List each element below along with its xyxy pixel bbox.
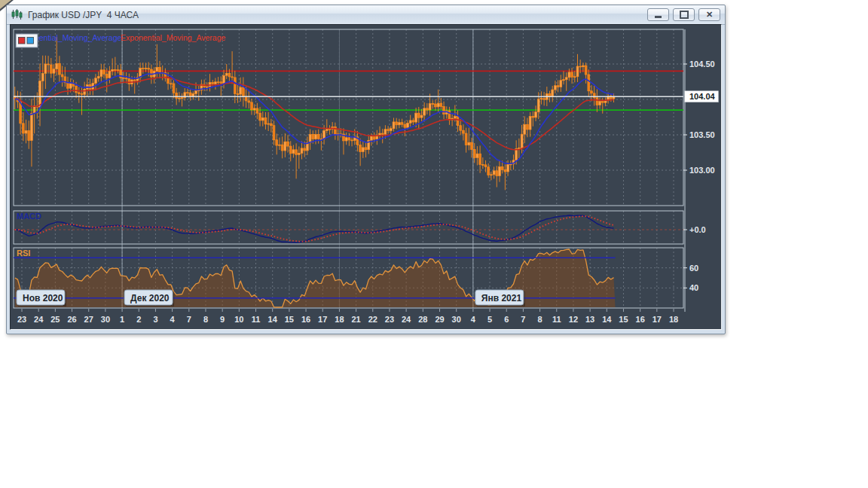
svg-text:8: 8: [203, 315, 208, 324]
svg-text:Нов 2020: Нов 2020: [23, 293, 63, 303]
svg-text:5: 5: [487, 315, 492, 324]
minimize-icon: [655, 16, 662, 18]
svg-text:18: 18: [669, 315, 678, 324]
svg-text:21: 21: [351, 315, 360, 324]
svg-text:27: 27: [84, 315, 93, 324]
restore-button[interactable]: [673, 8, 695, 21]
svg-text:13: 13: [585, 315, 594, 324]
window-titlebar[interactable]: График USD /JPY 4 ЧАСА ✕: [7, 5, 725, 25]
svg-text:16: 16: [301, 315, 310, 324]
svg-text:40: 40: [689, 283, 698, 292]
svg-text:8: 8: [538, 315, 542, 324]
svg-text:14: 14: [602, 315, 612, 324]
svg-text:Дек 2020: Дек 2020: [130, 293, 170, 303]
svg-text:104.50: 104.50: [689, 59, 715, 69]
candles: [14, 37, 614, 190]
chart-canvas[interactable]: 104.04104.50103.50103.00+0.0MACD6040RSI2…: [11, 25, 721, 329]
svg-text:16: 16: [636, 315, 645, 324]
svg-text:+0.0: +0.0: [689, 225, 706, 234]
svg-text:11: 11: [552, 315, 561, 324]
svg-text:17: 17: [318, 315, 327, 324]
chart-window: График USD /JPY 4 ЧАСА ✕ 104.04104.50103…: [6, 5, 726, 334]
svg-text:26: 26: [67, 315, 76, 324]
svg-text:11: 11: [252, 315, 261, 324]
svg-text:103.00: 103.00: [689, 166, 715, 175]
window-title: График USD /JPY 4 ЧАСА: [28, 10, 139, 20]
svg-text:12: 12: [569, 315, 578, 324]
chart-window-icon: [11, 9, 23, 20]
svg-text:15: 15: [285, 315, 294, 324]
svg-text:29: 29: [435, 315, 444, 324]
svg-text:RSI: RSI: [17, 249, 30, 258]
svg-text:2: 2: [136, 315, 141, 324]
svg-text:24: 24: [402, 315, 411, 324]
svg-text:14: 14: [268, 315, 278, 324]
svg-text:30: 30: [452, 315, 461, 324]
svg-text:23: 23: [17, 315, 26, 324]
svg-text:28: 28: [418, 315, 427, 324]
svg-text:9: 9: [220, 315, 225, 324]
svg-text:24: 24: [34, 315, 44, 324]
close-icon: ✕: [706, 11, 713, 19]
svg-text:30: 30: [101, 315, 110, 324]
chart-client-area: 104.04104.50103.50103.00+0.0MACD6040RSI2…: [10, 24, 722, 330]
svg-text:7: 7: [187, 315, 191, 324]
svg-text:3: 3: [153, 315, 157, 324]
svg-text:4: 4: [471, 315, 476, 324]
svg-text:15: 15: [619, 315, 628, 324]
svg-text:4: 4: [170, 315, 176, 324]
svg-text:10: 10: [234, 315, 243, 324]
svg-text:Exponential_Moving_Average: Exponential_Moving_Average: [121, 33, 225, 42]
svg-text:7: 7: [521, 315, 525, 324]
svg-text:103.50: 103.50: [689, 130, 715, 139]
svg-text:17: 17: [653, 315, 662, 324]
svg-text:23: 23: [385, 315, 394, 324]
minimize-button[interactable]: [647, 8, 669, 21]
svg-text:Янв 2021: Янв 2021: [481, 293, 522, 303]
svg-text:6: 6: [504, 315, 509, 324]
close-button[interactable]: ✕: [698, 8, 720, 21]
svg-text:25: 25: [50, 315, 60, 324]
svg-text:MACD: MACD: [17, 212, 41, 221]
svg-text:104.04: 104.04: [689, 92, 716, 101]
svg-text:1: 1: [120, 315, 124, 324]
window-buttons: ✕: [647, 8, 720, 21]
svg-text:60: 60: [689, 264, 698, 273]
restore-icon: [680, 11, 689, 19]
svg-text:18: 18: [335, 315, 344, 324]
svg-text:22: 22: [368, 315, 377, 324]
